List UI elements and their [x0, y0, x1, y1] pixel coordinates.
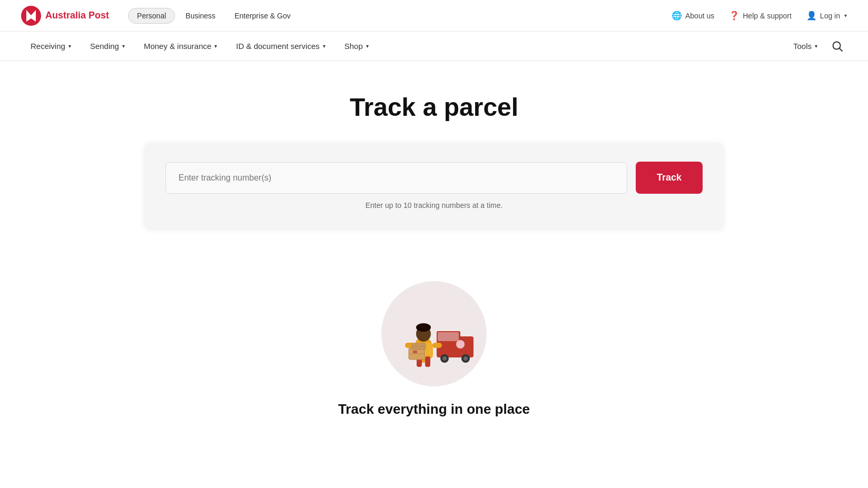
- help-support-link[interactable]: ❓ Help & support: [729, 11, 792, 21]
- main-nav-right: Tools ▾: [793, 37, 847, 56]
- svg-point-19: [416, 323, 431, 332]
- nav-id-document[interactable]: ID & document services ▾: [226, 32, 334, 61]
- svg-rect-7: [438, 332, 459, 341]
- main-nav-left: Receiving ▾ Sending ▾ Money & insurance …: [21, 32, 378, 61]
- track-hint: Enter up to 10 tracking numbers at a tim…: [165, 201, 703, 210]
- logo-area: Australia Post Personal Business Enterpr…: [21, 6, 299, 26]
- tools-chevron-icon: ▾: [815, 43, 817, 49]
- illustration-section: Track everything in one place: [0, 250, 868, 439]
- track-button[interactable]: Track: [636, 162, 703, 194]
- nav-money-insurance[interactable]: Money & insurance ▾: [134, 32, 226, 61]
- svg-rect-17: [425, 356, 430, 367]
- nav-receiving[interactable]: Receiving ▾: [21, 32, 81, 61]
- delivery-illustration: [387, 292, 481, 376]
- money-insurance-chevron-icon: ▾: [214, 43, 217, 49]
- illustration-circle: [381, 281, 487, 386]
- svg-rect-25: [413, 351, 417, 353]
- tab-business[interactable]: Business: [177, 8, 224, 24]
- shop-chevron-icon: ▾: [366, 43, 369, 49]
- hero-section: Track a parcel Track Enter up to 10 trac…: [0, 61, 868, 250]
- hero-title: Track a parcel: [21, 93, 847, 122]
- globe-icon: 🌐: [672, 11, 682, 21]
- tracking-number-input[interactable]: [165, 162, 627, 194]
- svg-line-4: [840, 48, 843, 51]
- logo-icon: [21, 6, 41, 26]
- tools-button[interactable]: Tools ▾: [793, 42, 817, 51]
- login-label: Log in: [820, 12, 840, 20]
- svg-point-11: [463, 356, 468, 361]
- search-icon: [832, 41, 843, 52]
- logo-link[interactable]: Australia Post: [21, 6, 109, 26]
- tab-personal[interactable]: Personal: [128, 8, 175, 24]
- main-content: Track a parcel Track Enter up to 10 trac…: [0, 61, 868, 439]
- illustration-title: Track everything in one place: [21, 401, 847, 417]
- svg-point-13: [456, 340, 465, 348]
- top-bar: Australia Post Personal Business Enterpr…: [0, 0, 868, 32]
- question-icon: ❓: [729, 11, 739, 21]
- tab-enterprise[interactable]: Enterprise & Gov: [226, 8, 299, 24]
- id-document-chevron-icon: ▾: [323, 43, 326, 49]
- main-nav: Receiving ▾ Sending ▾ Money & insurance …: [0, 32, 868, 61]
- login-link[interactable]: 👤 Log in ▾: [806, 11, 847, 21]
- nav-shop[interactable]: Shop ▾: [335, 32, 378, 61]
- receiving-chevron-icon: ▾: [68, 43, 71, 49]
- logo-text: Australia Post: [45, 10, 109, 21]
- login-chevron-icon: ▾: [844, 13, 847, 18]
- svg-rect-21: [432, 343, 442, 348]
- help-support-label: Help & support: [743, 12, 792, 20]
- sending-chevron-icon: ▾: [122, 43, 125, 49]
- about-us-label: About us: [685, 12, 714, 20]
- track-card: Track Enter up to 10 tracking numbers at…: [144, 143, 724, 228]
- about-us-link[interactable]: 🌐 About us: [672, 11, 714, 21]
- nav-sending[interactable]: Sending ▾: [81, 32, 134, 61]
- person-icon: 👤: [806, 11, 817, 21]
- tab-group: Personal Business Enterprise & Gov: [128, 8, 299, 24]
- svg-point-9: [442, 356, 447, 361]
- track-input-row: Track: [165, 162, 703, 194]
- search-button[interactable]: [828, 37, 847, 56]
- top-right-nav: 🌐 About us ❓ Help & support 👤 Log in ▾: [672, 11, 847, 21]
